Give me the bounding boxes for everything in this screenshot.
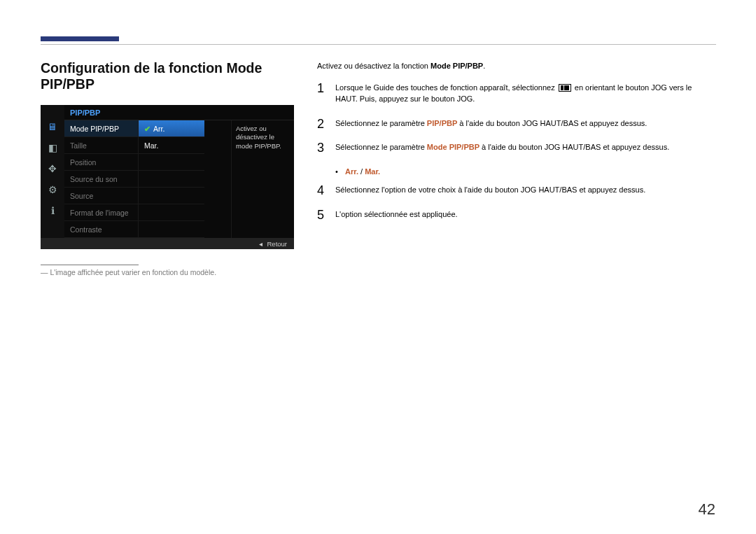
check-icon: ✔ xyxy=(144,125,150,133)
osd-value: ✔ Arr. xyxy=(138,120,204,137)
step-text: Sélectionnez l'option de votre choix à l… xyxy=(335,184,715,196)
step-text: Sélectionnez le paramètre PIP/PBP à l'ai… xyxy=(335,118,715,129)
osd-row: Position xyxy=(64,154,231,171)
osd-label: Position xyxy=(64,154,138,171)
osd-row: Contraste xyxy=(64,221,231,238)
step-3: 3 Sélectionnez le paramètre Mode PIP/PBP… xyxy=(317,141,715,156)
osd-label: Mode PIP/PBP xyxy=(64,120,138,137)
step-5: 5 L'option sélectionnée est appliquée. xyxy=(317,209,715,223)
pip-icon: ◧ xyxy=(45,140,60,155)
top-rule xyxy=(41,44,716,45)
osd-label: Source du son xyxy=(64,171,138,188)
osd-row: Mode PIP/PBP ✔ Arr. xyxy=(64,120,231,137)
osd-value: Mar. xyxy=(138,137,204,154)
step-1: 1 Lorsque le Guide des touches de foncti… xyxy=(317,82,715,108)
move-icon: ✥ xyxy=(45,161,60,176)
osd-value xyxy=(138,154,204,171)
osd-screenshot: 🖥 ◧ ✥ ⚙ ℹ PIP/PBP Mode PIP/PBP xyxy=(41,105,294,249)
section-marker xyxy=(41,36,119,41)
osd-value xyxy=(138,204,204,221)
osd-label: Format de l'image xyxy=(64,204,138,221)
caption-divider xyxy=(41,265,139,265)
osd-row: Source du son xyxy=(64,171,231,188)
step-2: 2 Sélectionnez le paramètre PIP/PBP à l'… xyxy=(317,118,715,132)
step-4: 4 Sélectionnez l'option de votre choix à… xyxy=(317,184,715,199)
monitor-icon: 🖥 xyxy=(45,119,60,134)
osd-row: Source xyxy=(64,188,231,204)
back-arrow-icon: ◂ xyxy=(259,240,262,248)
info-icon: ℹ xyxy=(45,203,60,218)
image-caption: ― L'image affichée peut varier en foncti… xyxy=(41,268,296,276)
step-number: 4 xyxy=(317,184,327,199)
osd-label: Taille xyxy=(64,137,138,154)
osd-value-text: Arr. xyxy=(153,125,164,133)
osd-value xyxy=(138,188,204,204)
bullet-dot-icon: • xyxy=(335,166,338,178)
osd-footer: ◂ Retour xyxy=(41,238,294,249)
osd-help-text: Activez ou désactivez le mode PIP/PBP. xyxy=(231,120,294,238)
intro-text: Activez ou désactivez la fonction Mode P… xyxy=(317,60,715,72)
step-text: Lorsque le Guide des touches de fonction… xyxy=(335,82,715,105)
gear-icon: ⚙ xyxy=(45,182,60,197)
osd-value xyxy=(138,221,204,238)
step-number: 1 xyxy=(317,82,327,108)
osd-label: Source xyxy=(64,188,138,204)
step-number: 5 xyxy=(317,209,327,223)
osd-header: PIP/PBP xyxy=(64,105,294,120)
page-number: 42 xyxy=(699,500,715,519)
osd-label: Contraste xyxy=(64,221,138,238)
step-number: 2 xyxy=(317,118,327,132)
osd-row: Format de l'image xyxy=(64,204,231,221)
osd-value xyxy=(138,171,204,188)
osd-icon-rail: 🖥 ◧ ✥ ⚙ ℹ xyxy=(41,105,64,238)
page-title: Configuration de la fonction Mode PIP/PB… xyxy=(41,60,296,92)
osd-row: Taille Mar. xyxy=(64,137,231,154)
step-number: 3 xyxy=(317,141,327,156)
option-bullet: • Arr. / Mar. xyxy=(335,166,715,178)
step-text: Sélectionnez le paramètre Mode PIP/PBP à… xyxy=(335,141,715,153)
osd-footer-label: Retour xyxy=(267,240,287,248)
step-text: L'option sélectionnée est appliquée. xyxy=(335,209,715,220)
menu-bars-icon xyxy=(559,84,571,92)
